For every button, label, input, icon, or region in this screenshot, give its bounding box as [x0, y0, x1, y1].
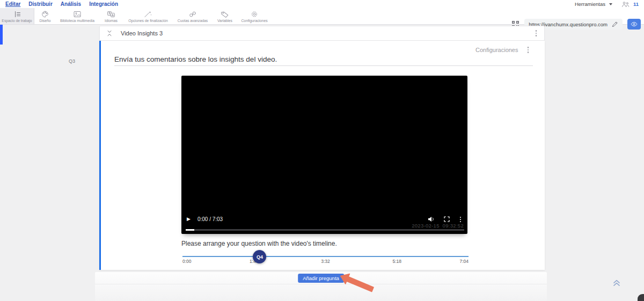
tag-icon: [221, 11, 229, 18]
translate-icon: [107, 11, 115, 18]
video-controls-right: [428, 216, 462, 223]
toolbar-item-diseno[interactable]: Diseño: [34, 8, 56, 24]
video-timeline[interactable]: 0:00 1:46 3:32 5:18 7:04 Q4: [182, 255, 469, 272]
section-menu-icon[interactable]: [535, 29, 538, 38]
toolbar-item-biblioteca-multimedia[interactable]: Biblioteca multimedia: [56, 8, 99, 24]
question-marker-badge[interactable]: Q4: [253, 250, 266, 263]
top-nav-items: Editar Distribuir Análisis Integración: [0, 0, 644, 8]
scroll-to-top-icon[interactable]: [612, 278, 621, 289]
screen-corner-artifact: [638, 294, 644, 301]
outline-scroll-indicator: [0, 25, 3, 45]
wand-icon: [144, 11, 152, 18]
toolbar-item-label: Configuraciones: [241, 19, 267, 23]
editor-toolbar: Espacio de trabajo Diseño Biblioteca mul…: [0, 8, 644, 25]
question-config-row: Configuraciones: [475, 46, 530, 54]
video-progress-fill: [186, 229, 194, 231]
top-nav-bar: Editar Distribuir Análisis Integración H…: [0, 0, 644, 8]
toolbar-item-label: Opciones de finalización: [128, 19, 168, 23]
nav-item-editar[interactable]: Editar: [5, 1, 20, 7]
timeline-tick: 3:32: [321, 259, 330, 264]
video-time-display: 0:00 / 7:03: [197, 216, 223, 222]
volume-icon[interactable]: [428, 216, 435, 222]
footer-divider: [95, 284, 547, 284]
gear-icon: [250, 11, 259, 18]
video-menu-icon[interactable]: [459, 216, 462, 223]
image-icon: [73, 11, 82, 18]
toolbar-item-label: Biblioteca multimedia: [60, 19, 94, 23]
toolbar-item-idiomas[interactable]: Idiomas: [99, 8, 123, 24]
section-header: Video Insights 3: [99, 26, 545, 41]
toolbar-item-cuotas-avanzadas[interactable]: Cuotas avanzadas: [173, 8, 213, 24]
nav-item-integracion[interactable]: Integración: [89, 1, 118, 7]
eye-icon: [631, 21, 638, 27]
timeline-tick: 7:04: [459, 259, 469, 264]
question-prompt[interactable]: Envía tus comentarios sobre los insights…: [114, 55, 277, 63]
chain-icon: [188, 11, 197, 18]
question-settings-link[interactable]: Configuraciones: [475, 47, 518, 53]
collapse-section-icon[interactable]: [106, 30, 113, 37]
nav-item-distribuir[interactable]: Distribuir: [28, 1, 52, 7]
question-menu-icon[interactable]: [526, 46, 530, 54]
video-watermark: 2023-02-15 09:32:52: [412, 223, 464, 229]
annotation-arrow: [330, 271, 384, 295]
add-question-panel: Añadir pregunta: [95, 272, 547, 301]
toolbar-item-configuraciones[interactable]: Configuraciones: [237, 8, 272, 24]
palette-icon: [41, 11, 49, 18]
workspace-icon: [13, 11, 21, 18]
question-card: Configuraciones Envía tus comentarios so…: [99, 41, 545, 270]
toolbar-item-label: Idiomas: [105, 19, 118, 23]
collaborators-icon[interactable]: [621, 1, 630, 8]
video-player[interactable]: ▶ 0:00 / 7:03 2023-02-15 09:32:52: [181, 76, 467, 234]
timeline-track[interactable]: [182, 256, 469, 257]
fullscreen-icon[interactable]: [444, 216, 450, 222]
timeline-tick: 0:00: [182, 259, 192, 264]
top-nav-right: Herramientas 11: [575, 0, 639, 8]
toolbar-item-opciones-de-finalizacion[interactable]: Opciones de finalización: [123, 8, 173, 24]
timeline-tick: 5:18: [392, 259, 401, 264]
timeline-instruction: Please arrange your question with the vi…: [181, 240, 337, 247]
nav-item-analisis[interactable]: Análisis: [61, 1, 81, 7]
preview-button[interactable]: [627, 19, 641, 30]
toolbar-item-label: Diseño: [39, 19, 50, 23]
video-progress-bar[interactable]: [186, 229, 464, 231]
toolbar-item-label: Cuotas avanzadas: [178, 19, 208, 23]
toolbar-item-label: Espacio de trabajo: [2, 19, 32, 23]
outline-question-ref[interactable]: Q3: [56, 58, 75, 64]
question-prompt-underline: [114, 65, 533, 66]
section-title: Video Insights 3: [121, 30, 163, 36]
toolbar-item-variables[interactable]: Variables: [213, 8, 237, 24]
toolbar-item-espacio-de-trabajo[interactable]: Espacio de trabajo: [0, 8, 34, 24]
play-icon[interactable]: ▶: [187, 216, 191, 223]
collaborators-count[interactable]: 11: [633, 1, 639, 7]
herramientas-menu[interactable]: Herramientas: [575, 1, 605, 7]
toolbar-item-label: Variables: [217, 19, 232, 23]
edit-url-pencil-icon[interactable]: [612, 21, 618, 27]
chevron-down-icon: [609, 3, 612, 5]
video-controls: ▶ 0:00 / 7:03: [187, 216, 462, 223]
